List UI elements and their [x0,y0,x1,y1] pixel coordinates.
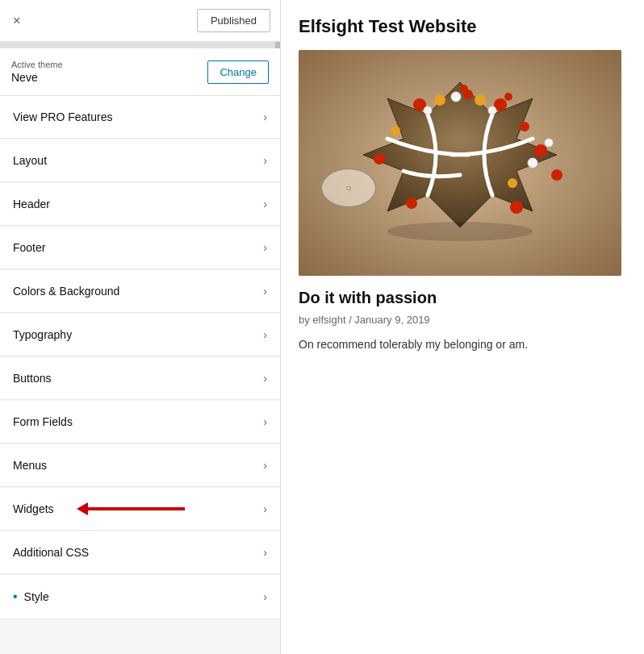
sidebar-item-buttons[interactable]: Buttons› [0,357,280,400]
theme-label: Active theme [11,60,63,69]
chevron-right-icon-footer: › [263,241,267,254]
sidebar-item-label-buttons: Buttons [13,372,51,385]
sidebar-item-label-footer: Footer [13,241,45,254]
svg-point-11 [475,94,486,106]
chevron-right-icon-additional-css: › [263,546,267,559]
sidebar-item-label-form-fields: Form Fields [13,415,73,428]
arrow-body [88,507,185,510]
sidebar-item-header[interactable]: Header› [0,183,280,226]
post-title: Do it with passion [299,289,626,307]
main-content: Elfsight Test Website [281,0,644,654]
svg-point-8 [520,122,529,131]
change-theme-button[interactable]: Change [207,60,269,84]
sidebar-item-label-widgets: Widgets [13,502,54,515]
theme-info: Active theme Neve [11,60,63,84]
chevron-right-icon-form-fields: › [263,415,267,428]
svg-point-9 [551,169,562,181]
sidebar-item-footer[interactable]: Footer› [0,227,280,269]
close-button[interactable]: × [10,10,23,31]
svg-point-4 [374,153,385,165]
chevron-right-icon-view-pro: › [263,110,267,123]
svg-point-15 [488,106,496,115]
svg-point-14 [451,92,461,102]
sidebar-item-layout[interactable]: Layout› [0,140,280,182]
sidebar-item-label-view-pro: View PRO Features [13,110,112,123]
chevron-right-icon-style: › [263,590,267,603]
published-button[interactable]: Published [197,9,270,32]
arrow-annotation [77,502,185,515]
svg-point-17 [528,158,537,168]
sidebar-item-label-additional-css: Additional CSS [13,546,89,559]
arrow-head [77,502,88,515]
sidebar-item-widgets[interactable]: Widgets › [0,488,280,531]
scroll-indicator [0,42,280,48]
post-meta: by elfsight / January 9, 2019 [299,314,626,326]
svg-point-20 [504,93,512,101]
sidebar-item-label-typography: Typography [13,328,72,341]
sidebar-item-view-pro[interactable]: View PRO Features› [0,96,280,139]
svg-point-3 [534,144,547,157]
chevron-right-icon-menus: › [263,459,267,472]
sidebar-item-style[interactable]: Style› [0,575,280,619]
svg-point-10 [434,94,445,106]
sidebar-item-menus[interactable]: Menus› [0,444,280,487]
sidebar-item-colors-background[interactable]: Colors & Background› [0,270,280,313]
svg-point-6 [406,198,417,209]
svg-point-18 [545,139,553,147]
sidebar-item-label-menus: Menus [13,459,47,472]
circle-overlay: ○ [321,169,376,207]
svg-point-13 [391,126,400,135]
post-excerpt: On recommend tolerably my belonging or a… [299,335,626,353]
post-image: ○ [299,50,621,276]
sidebar-item-label-layout: Layout [13,154,47,167]
nav-list: View PRO Features›Layout›Header›Footer›C… [0,96,280,654]
chevron-right-icon-header: › [263,198,267,210]
theme-section: Active theme Neve Change [0,48,280,96]
svg-point-21 [387,222,533,241]
svg-point-5 [510,201,523,214]
sidebar-header: × Published [0,0,280,42]
svg-point-12 [508,178,517,188]
sidebar-item-form-fields[interactable]: Form Fields› [0,401,280,444]
sidebar: × Published Active theme Neve Change Vie… [0,0,281,654]
chevron-right-icon-layout: › [263,154,267,167]
chevron-right-icon-widgets: › [263,502,267,515]
chevron-right-icon-buttons: › [263,372,267,385]
sidebar-item-additional-css[interactable]: Additional CSS› [0,531,280,574]
chevron-right-icon-typography: › [263,328,267,341]
svg-point-19 [460,85,468,93]
sidebar-item-label-style: Style [13,589,49,604]
sidebar-item-label-colors-background: Colors & Background [13,285,119,298]
sidebar-item-label-header: Header [13,198,50,210]
sidebar-item-typography[interactable]: Typography› [0,314,280,356]
chevron-right-icon-colors-background: › [263,285,267,298]
site-title: Elfsight Test Website [299,16,626,37]
theme-name: Neve [11,71,63,84]
svg-point-16 [424,106,432,115]
